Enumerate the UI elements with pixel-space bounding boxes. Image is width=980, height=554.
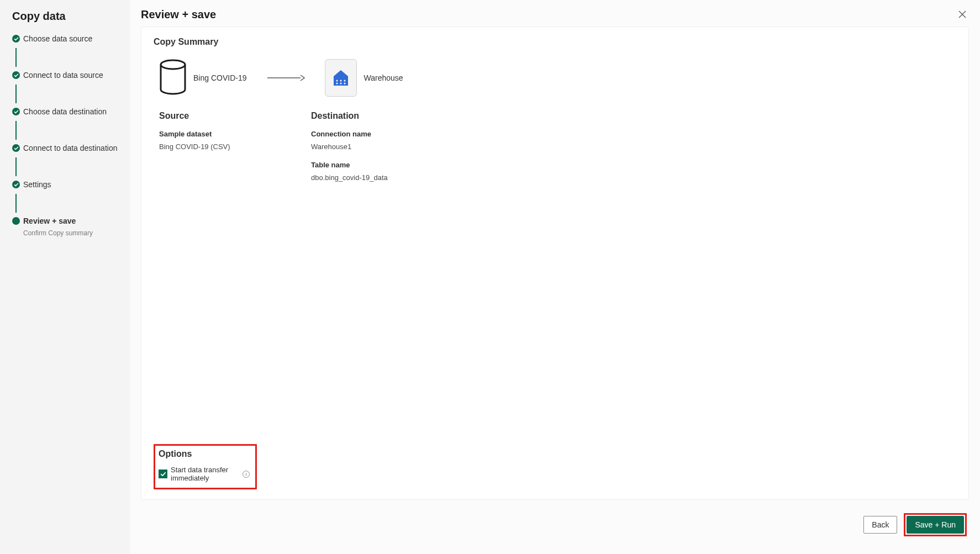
step-connector — [15, 157, 17, 176]
panel-heading: Copy Summary — [154, 37, 956, 47]
main-content: Review + save Copy Summary — [130, 0, 980, 554]
svg-point-8 — [340, 83, 342, 85]
step-label: Review + save — [23, 215, 76, 228]
back-button[interactable]: Back — [863, 516, 897, 534]
step-connector — [15, 85, 17, 103]
sidebar-title: Copy data — [0, 10, 130, 33]
current-step-dot-icon — [12, 217, 20, 225]
step-label: Choose data destination — [23, 105, 107, 119]
step-connector — [15, 121, 17, 140]
step-sublabel: Confirm Copy summary — [23, 229, 130, 237]
copy-summary-panel: Copy Summary Bing COVID-19 — [141, 27, 969, 500]
start-transfer-label: Start data transfer immediately — [171, 466, 239, 482]
step-choose-data-destination[interactable]: Choose data destination — [12, 105, 130, 119]
step-connector — [15, 194, 17, 213]
diagram-destination: Warehouse — [325, 59, 403, 97]
warehouse-icon — [325, 59, 357, 97]
check-circle-icon — [12, 71, 20, 79]
save-run-highlight: Save + Run — [904, 513, 967, 536]
close-icon — [958, 10, 967, 19]
step-connect-data-source[interactable]: Connect to data source — [12, 69, 130, 82]
source-field-value: Bing COVID-19 (CSV) — [159, 143, 311, 151]
wizard-sidebar: Copy data Choose data source Connect to … — [0, 0, 130, 554]
diagram-destination-label: Warehouse — [363, 73, 403, 82]
options-section: Options Start data transfer immediately … — [154, 444, 257, 489]
check-circle-icon — [12, 181, 20, 188]
source-column: Source Sample dataset Bing COVID-19 (CSV… — [159, 111, 311, 192]
svg-point-4 — [336, 80, 338, 82]
dest-table-value: dbo.bing_covid-19_data — [311, 173, 463, 182]
diagram-source: Bing COVID-19 — [159, 59, 246, 97]
source-column-title: Source — [159, 111, 311, 121]
wizard-footer: Back Save + Run — [130, 504, 980, 554]
step-connector — [15, 48, 17, 67]
check-circle-icon — [12, 144, 20, 152]
dest-connection-value: Warehouse1 — [311, 143, 463, 151]
page-title: Review + save — [141, 8, 216, 21]
database-icon — [159, 59, 187, 97]
destination-column-title: Destination — [311, 111, 463, 121]
step-label: Connect to data source — [23, 69, 103, 82]
close-button[interactable] — [956, 8, 969, 21]
wizard-steps: Choose data source Connect to data sourc… — [0, 33, 130, 237]
check-circle-icon — [12, 35, 20, 43]
diagram-source-label: Bing COVID-19 — [193, 73, 246, 82]
dest-connection-label: Connection name — [311, 130, 463, 138]
step-choose-data-source[interactable]: Choose data source — [12, 33, 130, 46]
svg-point-5 — [340, 80, 342, 82]
arrow-icon — [266, 75, 305, 81]
svg-point-7 — [336, 83, 338, 85]
source-field-label: Sample dataset — [159, 130, 311, 138]
check-circle-icon — [12, 108, 20, 115]
destination-column: Destination Connection name Warehouse1 T… — [311, 111, 463, 192]
step-label: Choose data source — [23, 33, 92, 46]
start-transfer-checkbox-row: Start data transfer immediately i — [159, 466, 250, 482]
options-heading: Options — [159, 449, 250, 459]
info-icon[interactable]: i — [243, 471, 250, 478]
step-label: Connect to data destination — [23, 142, 117, 155]
svg-point-9 — [344, 83, 346, 85]
step-settings[interactable]: Settings — [12, 178, 130, 192]
svg-point-6 — [344, 80, 346, 82]
svg-point-2 — [161, 60, 185, 69]
dest-table-label: Table name — [311, 161, 463, 169]
save-run-button[interactable]: Save + Run — [907, 516, 964, 534]
step-connect-data-destination[interactable]: Connect to data destination — [12, 142, 130, 155]
checkmark-icon — [160, 471, 166, 477]
step-label: Settings — [23, 178, 51, 192]
summary-diagram: Bing COVID-19 — [154, 59, 956, 97]
summary-columns: Source Sample dataset Bing COVID-19 (CSV… — [154, 111, 956, 192]
step-review-save[interactable]: Review + save Confirm Copy summary — [12, 215, 130, 237]
start-transfer-checkbox[interactable] — [159, 469, 167, 478]
